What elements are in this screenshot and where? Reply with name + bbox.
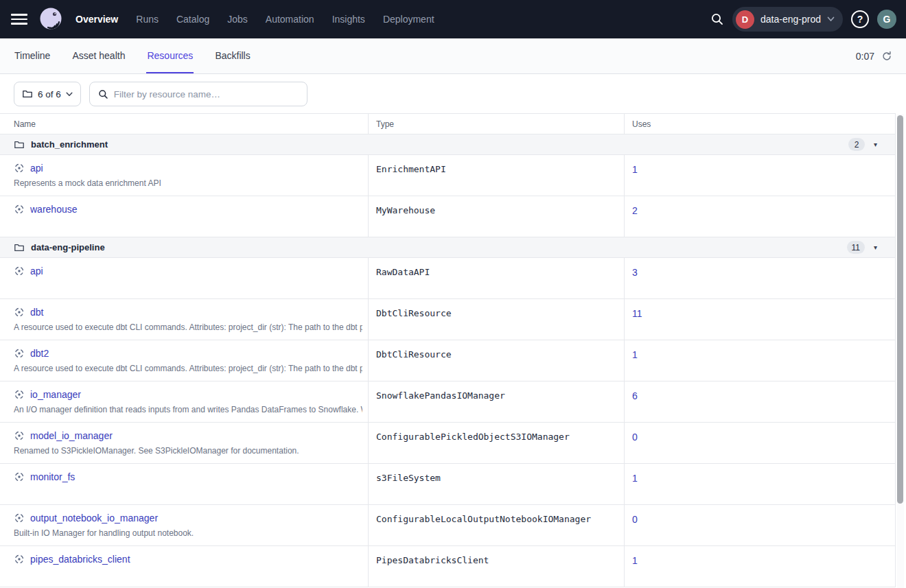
workspace-switcher[interactable]: D data-eng-prod	[732, 7, 843, 32]
tab-resources[interactable]: Resources	[146, 38, 194, 73]
resource-name-link[interactable]: monitor_fs	[30, 471, 75, 482]
dagster-logo-icon[interactable]	[38, 7, 63, 32]
resource-type: ConfigurablePickledObjectS3IOManager	[369, 423, 625, 463]
resource-type: MyWarehouse	[369, 196, 625, 237]
collapse-caret-icon[interactable]: ▾	[874, 244, 877, 251]
secondary-tabs: Timeline Asset health Resources Backfill…	[14, 38, 251, 73]
group-count-badge: 11	[847, 241, 865, 254]
resource-description: Represents a mock data enrichment API	[14, 178, 362, 188]
resource-icon	[14, 307, 25, 318]
resource-uses-link[interactable]: 1	[632, 555, 638, 566]
resource-icon	[14, 389, 25, 400]
resource-uses-link[interactable]: 2	[632, 205, 638, 216]
resource-description: A resource used to execute dbt CLI comma…	[14, 364, 362, 373]
resource-uses-link[interactable]: 3	[632, 267, 638, 278]
collapse-caret-icon[interactable]: ▾	[874, 141, 877, 148]
resource-filter-input[interactable]	[114, 89, 299, 99]
nav-item-catalog[interactable]: Catalog	[176, 14, 209, 25]
help-icon[interactable]: ?	[851, 10, 869, 28]
resource-type: SnowflakePandasIOManager	[369, 381, 625, 422]
resource-type: ConfigurableLocalOutputNotebookIOManager	[369, 505, 625, 545]
resource-row: output_notebook_io_manager Built-in IO M…	[0, 505, 895, 546]
tab-timeline[interactable]: Timeline	[14, 38, 51, 73]
nav-item-insights[interactable]: Insights	[332, 14, 365, 25]
resource-type: DbtCliResource	[369, 340, 625, 381]
folder-icon	[14, 139, 25, 150]
resource-icon	[14, 266, 25, 277]
resource-description: A resource used to execute dbt CLI comma…	[14, 322, 362, 332]
resource-filter-box	[89, 82, 307, 106]
scrollbar-track	[897, 114, 904, 588]
resource-row: dbt2 A resource used to execute dbt CLI …	[0, 340, 895, 381]
resource-row: pipes_databricks_client PipesDatabricksC…	[0, 546, 895, 587]
chevron-down-icon	[827, 16, 835, 22]
top-navigation-bar: Overview Runs Catalog Jobs Automation In…	[0, 0, 906, 38]
resource-description: An I/O manager definition that reads inp…	[14, 405, 362, 414]
resource-icon	[14, 163, 25, 174]
resource-type: RawDataAPI	[369, 258, 625, 298]
search-icon[interactable]	[710, 12, 724, 26]
menu-icon[interactable]	[11, 10, 29, 28]
resource-group-header[interactable]: batch_enrichment 2 ▾	[0, 134, 895, 155]
resource-icon	[14, 204, 25, 215]
resource-icon	[14, 554, 25, 565]
nav-item-overview[interactable]: Overview	[76, 14, 118, 25]
resource-name-link[interactable]: api	[30, 266, 43, 277]
user-avatar[interactable]: G	[877, 10, 896, 29]
resource-type: DbtCliResource	[369, 299, 625, 340]
resource-description: Renamed to S3PickleIOManager. See S3Pick…	[14, 446, 362, 456]
resource-name-link[interactable]: output_notebook_io_manager	[30, 513, 158, 524]
tab-backfills[interactable]: Backfills	[214, 38, 251, 73]
resources-table: Name Type Uses batch_enrichment 2 ▾ api …	[0, 113, 896, 587]
resource-name-link[interactable]: warehouse	[30, 204, 78, 215]
group-name: batch_enrichment	[31, 139, 108, 150]
resource-uses-link[interactable]: 1	[632, 349, 638, 360]
resource-row: model_io_manager Renamed to S3PickleIOMa…	[0, 423, 895, 464]
resource-name-link[interactable]: pipes_databricks_client	[30, 554, 130, 565]
resource-uses-link[interactable]: 0	[632, 432, 638, 443]
column-header-uses: Uses	[625, 114, 895, 134]
tab-asset-health[interactable]: Asset health	[71, 38, 126, 73]
resource-uses-link[interactable]: 1	[632, 164, 638, 175]
resource-row: io_manager An I/O manager definition tha…	[0, 381, 895, 423]
resource-uses-link[interactable]: 0	[632, 514, 638, 525]
workspace-avatar: D	[736, 10, 754, 29]
workspace-name: data-eng-prod	[760, 14, 821, 25]
resource-table-body: batch_enrichment 2 ▾ api Represents a mo…	[0, 134, 895, 587]
column-header-type: Type	[369, 114, 625, 134]
nav-item-jobs[interactable]: Jobs	[227, 14, 248, 25]
resource-name-link[interactable]: dbt2	[30, 348, 49, 359]
nav-item-runs[interactable]: Runs	[136, 14, 159, 25]
resource-name-link[interactable]: io_manager	[30, 389, 81, 400]
resource-icon	[14, 471, 25, 482]
folder-icon	[14, 242, 25, 253]
group-name: data-eng-pipeline	[31, 242, 105, 252]
folder-icon	[22, 89, 33, 99]
resource-uses-link[interactable]: 6	[632, 390, 638, 401]
resource-row: api RawDataAPI 3	[0, 258, 895, 299]
resource-row: api Represents a mock data enrichment AP…	[0, 155, 895, 196]
resource-name-link[interactable]: api	[30, 163, 43, 174]
resource-uses-link[interactable]: 1	[632, 473, 638, 484]
resource-name-link[interactable]: dbt	[30, 307, 43, 318]
nav-item-deployment[interactable]: Deployment	[383, 14, 434, 25]
secondary-tab-bar: Timeline Asset health Resources Backfill…	[0, 38, 906, 74]
resource-row: warehouse MyWarehouse 2	[0, 196, 895, 237]
group-count-label: 6 of 6	[38, 89, 61, 99]
group-count-dropdown[interactable]: 6 of 6	[14, 82, 81, 106]
filter-bar: 6 of 6	[0, 74, 906, 113]
group-count-badge: 2	[848, 138, 865, 151]
resource-icon	[14, 348, 25, 359]
nav-item-automation[interactable]: Automation	[266, 14, 314, 25]
scrollbar-thumb[interactable]	[897, 115, 903, 504]
resource-uses-link[interactable]: 11	[632, 308, 642, 319]
resource-name-link[interactable]: model_io_manager	[30, 430, 113, 441]
resource-group-header[interactable]: data-eng-pipeline 11 ▾	[0, 237, 895, 258]
column-header-name: Name	[0, 114, 369, 134]
resource-icon	[14, 430, 25, 441]
chevron-down-icon	[66, 92, 73, 97]
refresh-countdown: 0:07	[856, 51, 874, 62]
resource-row: dbt A resource used to execute dbt CLI c…	[0, 299, 895, 340]
primary-nav: Overview Runs Catalog Jobs Automation In…	[76, 14, 434, 25]
refresh-icon[interactable]	[881, 51, 892, 62]
